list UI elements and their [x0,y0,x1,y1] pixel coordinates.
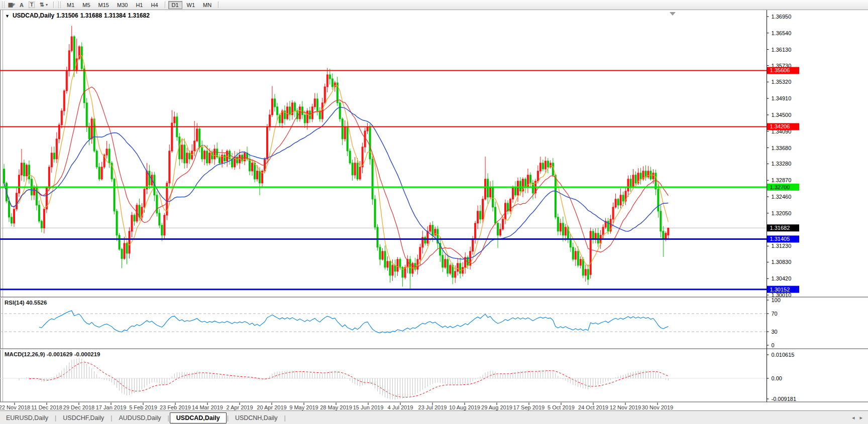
ohlc-close: 1.31682 [128,12,149,19]
font-icon[interactable]: A [17,1,26,9]
tab-scroll-left-icon[interactable]: ◂ [852,414,855,420]
svg-text:1.35606: 1.35606 [770,67,790,73]
price-tick-label: 1.34910 [772,95,792,101]
tab-separator: | [55,414,56,421]
toolbar-drag-handle [2,2,5,8]
symbol-period-label: USDCAD,Daily [13,12,54,19]
date-tick-label: 9 May 2019 [289,404,318,410]
tab-usdcad[interactable]: USDCAD,Daily [170,412,227,423]
date-tick-label: 23 Feb 2019 [160,404,191,410]
macd-signal-line [29,362,669,397]
level-price-badge: 1.35606 [767,67,799,74]
price-tick-label: 1.33280 [772,161,792,167]
timeframe-d1[interactable]: D1 [168,1,182,9]
tab-separator: | [284,414,286,421]
toolbar-separator [53,2,54,8]
tab-usdcnh[interactable]: USDCNH,Daily [229,413,284,423]
tab-eurusd[interactable]: EURUSD,Daily [0,413,54,423]
ma-medium-line [4,87,668,267]
chart-frame [1,10,3,402]
level-price-badge: 1.34206 [767,123,799,130]
date-tick-label: 20 Apr 2019 [257,404,286,410]
timeframe-w1[interactable]: W1 [183,1,199,9]
price-tick-label: 1.36130 [772,47,792,53]
ohlc-low: 1.31384 [104,12,126,19]
price-tick-label: 1.35320 [772,79,792,85]
level-price-badge: 1.32700 [767,184,799,191]
tab-separator: | [168,414,169,421]
date-tick-label: 28 May 2019 [320,404,352,410]
svg-text:1.32700: 1.32700 [770,184,790,190]
dropdown-caret[interactable]: ▾ [46,3,51,7]
timeframe-mn[interactable]: MN [199,1,215,9]
date-tick-label: 5 Feb 2019 [129,404,157,410]
toolbar-separator [165,2,165,8]
date-tick-label: 22 Nov 2018 [0,404,30,410]
pane-separator-dates[interactable] [0,402,868,403]
date-tick-label: 11 Dec 2018 [31,404,62,410]
timeframe-m1[interactable]: M1 [63,1,78,9]
svg-text:1.34206: 1.34206 [770,123,790,129]
chart-tab-bar: EURUSD,Daily|USDCHF,Daily|AUDUSD,Daily|U… [0,410,868,424]
date-axis[interactable]: 22 Nov 201811 Dec 201829 Dec 201817 Jan … [0,403,673,411]
price-tick-label: 1.31230 [772,243,792,249]
price-tick-label: 1.32050 [772,210,792,216]
level-price-badge: 1.31405 [767,235,799,242]
macd-indicator-label: MACD(12,26,9) -0.001629 -0.000219 [5,351,100,357]
date-tick-label: 2 Apr 2019 [226,404,253,410]
pane-separator-macd[interactable] [0,349,868,350]
chart-shift-marker[interactable] [670,12,676,16]
pane-separator-rsi[interactable] [0,297,868,298]
ohlc-open: 1.31506 [56,12,78,19]
date-tick-label: 5 Oct 2019 [548,404,575,410]
rsi-axis-label: 30 [772,329,778,335]
rsi-axis-label: 0 [772,342,775,348]
chart-canvas[interactable]: 1.369501.365401.361301.357301.353201.349… [0,10,868,410]
tab-scroll-right-icon[interactable]: ▸ [859,414,862,420]
date-tick-label: 15 Jun 2019 [353,404,384,410]
date-tick-label: 14 Mar 2019 [192,404,223,410]
price-tick-label: 1.34500 [772,112,792,118]
tab-separator: | [227,414,229,421]
level-price-badge: 1.30152 [767,286,799,293]
text-label-icon[interactable]: T [27,1,36,9]
price-tick-label: 1.30830 [772,259,792,265]
date-tick-label: 29 Dec 2018 [63,404,94,410]
tab-audusd[interactable]: AUDUSD,Daily [113,413,167,423]
macd-axis-label: -0.009181 [772,396,797,402]
mt4-application: ▦FAT⇅▾M1M5M15M30H1H4D1W1MN ▼USDCAD,Daily… [0,0,868,424]
price-tick-label: 1.30420 [772,275,792,281]
top-toolbar: ▦FAT⇅▾M1M5M15M30H1H4D1W1MN [0,0,868,10]
macd-histogram [19,358,668,399]
dotted-grid-icon[interactable]: ▦F [7,1,16,9]
date-tick-label: 24 Oct 2019 [578,404,608,410]
tab-usdchf[interactable]: USDCHF,Daily [57,413,110,423]
svg-text:1.31405: 1.31405 [770,236,790,242]
price-tick-label: 1.32870 [772,177,792,183]
svg-text:1.30152: 1.30152 [770,287,790,293]
macd-axis-label: 0.010615 [772,352,795,358]
date-tick-label: 17 Jan 2019 [96,404,127,410]
timeframe-h1[interactable]: H1 [132,1,146,9]
price-tick-label: 1.36950 [772,14,792,20]
chart-title: ▼USDCAD,Daily1.315061.316881.313841.3168… [5,12,152,19]
toolbar-separator [218,2,219,8]
macd-axis-label: 0.00 [772,375,782,381]
cycle-arrows-icon[interactable]: ⇅ [37,1,46,9]
timeframe-m5[interactable]: M5 [79,1,93,9]
rsi-pane[interactable]: 10070300 [0,297,781,348]
timeframe-m15[interactable]: M15 [95,1,113,9]
one-click-trading-arrow[interactable]: ▼ [5,14,10,19]
rsi-axis-label: 100 [772,297,781,303]
date-tick-label: 17 Sep 2019 [513,404,545,410]
rsi-indicator-label: RSI(14) 40.5526 [5,300,47,306]
macd-pane[interactable]: 0.0106150.00-0.009181 [0,352,796,402]
candlestick-series [4,26,669,289]
toolbar-drag-handle [58,2,61,8]
timeframe-h4[interactable]: H4 [147,1,161,9]
date-tick-label: 29 Aug 2019 [481,404,512,410]
tab-separator: | [111,414,112,421]
date-tick-label: 23 Jul 2019 [418,404,447,410]
timeframe-m30[interactable]: M30 [114,1,131,9]
date-tick-label: 4 Jul 2019 [388,404,413,410]
